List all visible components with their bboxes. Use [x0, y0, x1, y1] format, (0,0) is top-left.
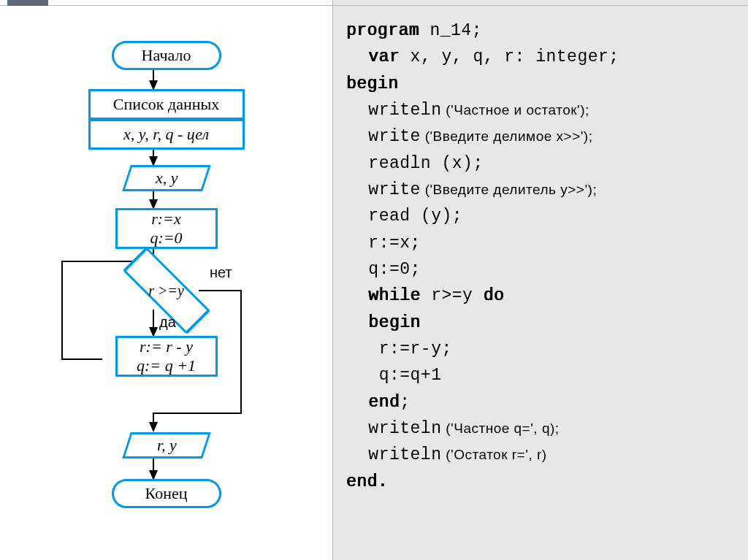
flow-data-vars: x, y, r, q - цел [88, 119, 245, 150]
code-line: writeln ('Частное и остаток'); [346, 97, 735, 123]
flow-decision: r >=y [133, 274, 200, 307]
flow-proc-body: r:= r - y q:= q +1 [115, 336, 218, 377]
flow-start: Начало [112, 41, 221, 70]
flow-proc-body-l1: r:= r - y [137, 337, 196, 356]
code-line: program n_14; [346, 18, 735, 44]
flow-io-output-label: r, y [156, 436, 176, 455]
code-line: read (y); [346, 203, 735, 229]
code-line: q:=0; [346, 256, 735, 283]
code-panel: program n_14; var x, y, q, r: integer; b… [332, 0, 748, 560]
code-line: write ('Введите делимое x>>'); [346, 123, 735, 150]
code-line: begin [346, 310, 735, 336]
flow-data-header: Список данных [88, 89, 245, 120]
flow-proc-init-l2: q:=0 [150, 229, 182, 248]
flow-label-no: нет [210, 264, 232, 281]
flowchart-panel: Начало Список данных x, y, r, q - цел x,… [0, 0, 332, 560]
code-line: write ('Введите делитель y>>'); [346, 177, 735, 203]
code-line: writeln ('Остаток r=', r) [346, 442, 735, 468]
code-line: end. [346, 469, 735, 495]
code-line: r:=x; [346, 230, 735, 256]
flow-io-input: x, y [122, 165, 211, 191]
code-line: begin [346, 71, 735, 97]
flow-io-output: r, y [122, 432, 211, 459]
flow-proc-body-l2: q:= q +1 [137, 356, 196, 375]
flow-proc-init-l1: r:=x [150, 210, 182, 229]
code-line: var x, y, q, r: integer; [346, 44, 735, 70]
flow-end: Конец [112, 479, 221, 508]
flow-io-input-label: x, y [155, 169, 178, 188]
flow-label-yes: да [159, 314, 176, 331]
code-line: q:=q+1 [346, 362, 735, 388]
code-line: writeln ('Частное q=', q); [346, 415, 735, 442]
code-line: r:=r-y; [346, 336, 735, 362]
code-line: readln (x); [346, 150, 735, 177]
code-line: end; [346, 389, 735, 415]
flow-decision-label: r >=y [133, 274, 200, 307]
flow-proc-init: r:=x q:=0 [115, 208, 218, 249]
code-line: while r>=y do [346, 283, 735, 309]
